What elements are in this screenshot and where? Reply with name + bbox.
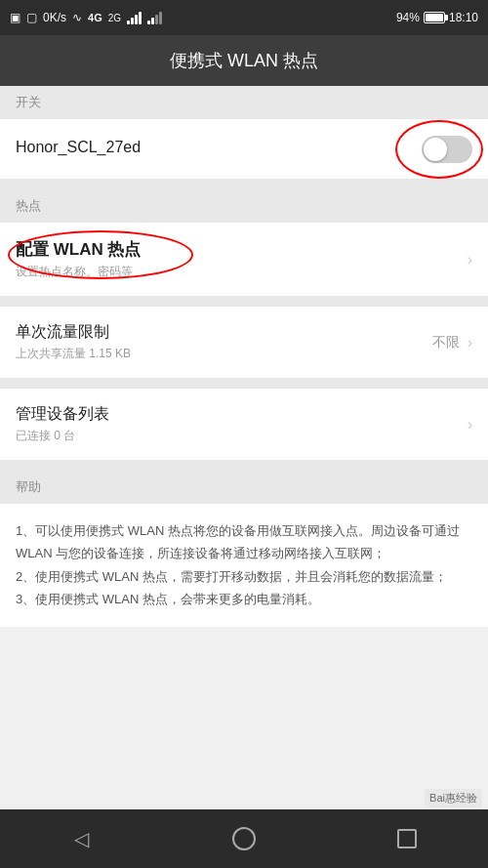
divider-1: [0, 180, 488, 189]
traffic-limit-subtitle: 上次共享流量 1.15 KB: [16, 346, 432, 362]
speed-indicator: 0K/s: [43, 11, 66, 24]
title-bar: 便携式 WLAN 热点: [0, 35, 488, 86]
help-section: 1、可以使用便携式 WLAN 热点将您的设备用做互联网接入点。周边设备可通过 W…: [0, 504, 488, 627]
divider-4: [0, 461, 488, 471]
hotspot-name-title: Honor_SCL_27ed: [16, 139, 422, 156]
back-button[interactable]: ◁: [52, 819, 110, 858]
signal-bars: [127, 11, 142, 24]
back-icon: ◁: [74, 827, 89, 850]
bottom-navigation: ◁: [0, 809, 488, 868]
manage-devices-subtitle: 已连接 0 台: [16, 428, 468, 444]
chevron-devices: ›: [468, 416, 472, 434]
config-wlan-subtitle: 设置热点名称、密码等: [16, 264, 468, 280]
config-wlan-title: 配置 WLAN 热点: [16, 238, 468, 261]
network-2g: 2G: [108, 13, 121, 23]
battery-level: 94%: [396, 11, 420, 24]
manage-devices-content: 管理设备列表 已连接 0 台: [16, 404, 468, 444]
help-text: 1、可以使用便携式 WLAN 热点将您的设备用做互联网接入点。周边设备可通过 W…: [16, 519, 472, 611]
recents-icon: [397, 829, 417, 848]
hotspot-name-content: Honor_SCL_27ed: [16, 139, 422, 159]
home-button[interactable]: [215, 819, 273, 858]
wifi-icon: ∿: [72, 11, 82, 24]
page-title: 便携式 WLAN 热点: [170, 49, 318, 72]
recents-button[interactable]: [378, 819, 436, 858]
screenshot-icon: ▢: [26, 11, 37, 24]
notification-icon: ▣: [10, 11, 20, 24]
time-display: 18:10: [449, 11, 478, 24]
section-switch-label: 开关: [0, 86, 488, 119]
toggle-knob: [424, 138, 447, 161]
traffic-limit-title: 单次流量限制: [16, 322, 432, 343]
hotspot-toggle[interactable]: [422, 136, 472, 163]
config-wlan-content: 配置 WLAN 热点 设置热点名称、密码等: [16, 238, 468, 280]
home-icon: [232, 827, 256, 850]
section-help-label: 帮助: [0, 471, 488, 504]
network-4g: 4G: [88, 12, 102, 23]
divider-3: [0, 379, 488, 389]
config-wlan-row[interactable]: 配置 WLAN 热点 设置热点名称、密码等 ›: [0, 223, 488, 297]
traffic-limit-value: 不限: [432, 334, 460, 351]
section-hotspot-label: 热点: [0, 189, 488, 223]
manage-devices-row[interactable]: 管理设备列表 已连接 0 台 ›: [0, 389, 488, 461]
status-right: 94% 18:10: [396, 11, 478, 24]
hotspot-name-row[interactable]: Honor_SCL_27ed: [0, 119, 488, 180]
chevron-traffic: ›: [468, 334, 472, 351]
content-area: 开关 Honor_SCL_27ed 热点 配置 WLAN 热点 设置热点名称、密…: [0, 86, 488, 809]
divider-2: [0, 297, 488, 307]
status-bar: ▣ ▢ 0K/s ∿ 4G 2G 94% 18:10: [0, 0, 488, 35]
traffic-limit-content: 单次流量限制 上次共享流量 1.15 KB: [16, 322, 432, 362]
status-left: ▣ ▢ 0K/s ∿ 4G 2G: [10, 11, 162, 24]
signal-bars-2: [147, 11, 162, 24]
chevron-config: ›: [468, 251, 472, 269]
baidu-logo: Bai惠经验: [425, 789, 482, 807]
battery-icon: [424, 12, 445, 23]
manage-devices-title: 管理设备列表: [16, 404, 468, 425]
traffic-limit-row[interactable]: 单次流量限制 上次共享流量 1.15 KB 不限 ›: [0, 307, 488, 379]
